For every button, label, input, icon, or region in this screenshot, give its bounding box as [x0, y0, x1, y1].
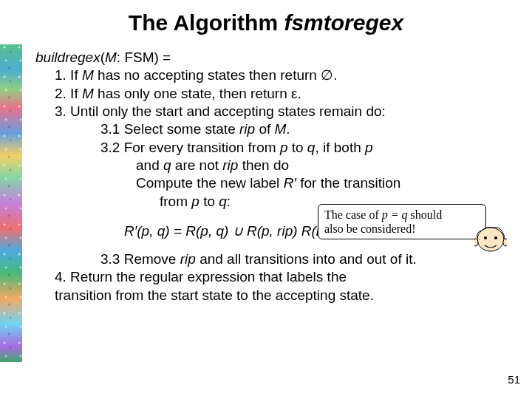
compl2q: q [219, 194, 227, 209]
compl2c: : [227, 194, 231, 209]
svg-point-2 [494, 236, 497, 239]
note-l1b: should [408, 208, 443, 221]
s33rip: rip [180, 251, 196, 267]
s1a: 1. If [55, 67, 82, 83]
step-3: 3. Until only the start and accepting st… [55, 103, 508, 120]
step-4-line1: 4. Return the regular expression that la… [55, 268, 508, 286]
s31rip: rip [239, 121, 255, 137]
equals: = [159, 50, 171, 65]
svg-point-3 [474, 239, 478, 246]
step-3-1: 3.1 Select some state rip of M. [100, 120, 508, 138]
svg-point-4 [503, 239, 507, 246]
step-3-2-line2: and q are not rip then do [136, 157, 508, 174]
step-2: 2. If M has only one state, then return … [55, 85, 508, 103]
signature-line: buildregex(M: FSM) = [35, 49, 508, 66]
note-l1a: The case of [324, 208, 382, 221]
s32c: , if both [315, 140, 365, 155]
epsilon-icon: ε [291, 86, 297, 101]
compute-line1: Compute the new label R′ for the transit… [136, 174, 508, 192]
s32b: to [287, 140, 307, 155]
s2c: . [298, 86, 301, 101]
s4b: transition from the start state to the a… [55, 287, 374, 303]
s1m: M [82, 67, 94, 83]
svg-point-1 [484, 236, 487, 239]
compa: Compute the new label [136, 175, 284, 191]
page-title: The Algorithm fsmtoregex [0, 0, 532, 43]
step-4-line2: transition from the start state to the a… [55, 287, 508, 304]
s1b: has no accepting states then return [94, 67, 321, 83]
algorithm-body: buildregex(M: FSM) = 1. If M has no acce… [35, 49, 508, 304]
fn-type: FSM [124, 50, 154, 65]
step-1: 1. If M has no accepting states then ret… [55, 66, 508, 84]
s1c: . [333, 67, 337, 83]
compl2p: p [191, 194, 200, 209]
s2a: 2. If [55, 86, 82, 101]
s32p: p [280, 140, 288, 155]
s32l2rip: rip [222, 157, 238, 173]
title-algorithm-name: fsmtoregex [284, 10, 403, 35]
s2b: has only one state, then return [94, 86, 291, 101]
s32l2c: then do [238, 157, 289, 173]
note-eq: p = q [382, 208, 408, 221]
s32a: 3.2 For every transition from [100, 140, 280, 155]
note-line1: The case of p = q should [324, 208, 480, 222]
s31m: M [275, 121, 287, 137]
decorative-sidebar [0, 44, 22, 362]
callout-note: The case of p = q should also be conside… [318, 204, 486, 239]
s32p2: p [365, 140, 373, 155]
s33a: 3.3 Remove [100, 251, 180, 267]
compl2b: to [200, 194, 219, 209]
s32q: q [307, 140, 316, 155]
empty-set-icon: ∅ [321, 67, 333, 83]
s2m: M [82, 86, 94, 101]
step-3-2-line1: 3.2 For every transition from p to q, if… [100, 139, 508, 157]
step-3-3: 3.3 Remove rip and all transitions into … [100, 250, 508, 268]
s32l2a: and [136, 157, 163, 173]
s33b: and all transitions into and out of it. [196, 251, 417, 267]
compr: R′ [284, 175, 296, 191]
s31b: of [255, 121, 274, 137]
compb: for the transition [296, 175, 401, 191]
note-line2: also be considered! [324, 222, 480, 236]
s3: 3. Until only the start and accepting st… [55, 103, 386, 119]
compl2a: from [160, 194, 191, 209]
s32l2q: q [163, 157, 171, 173]
fn-arg: M [105, 50, 117, 65]
face-icon [474, 223, 507, 256]
title-prefix: The Algorithm [129, 10, 284, 35]
s31a: 3.1 Select some state [100, 121, 239, 137]
page-number: 51 [508, 373, 520, 386]
fn-name: buildregex [35, 50, 100, 65]
s31c: . [286, 121, 290, 137]
s4a: 4. Return the regular expression that la… [55, 269, 347, 284]
s32l2b: are not [171, 157, 223, 173]
colon: : [117, 50, 125, 65]
